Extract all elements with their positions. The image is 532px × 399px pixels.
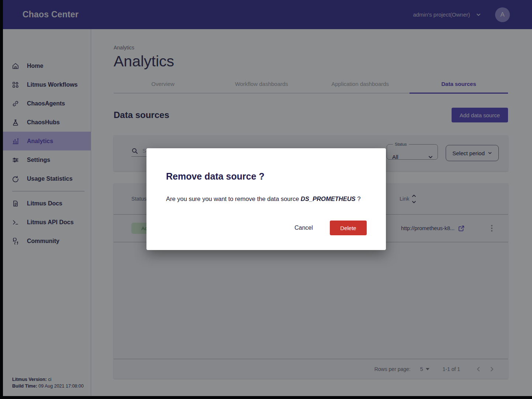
- screen: Chaos Center admin's project(Owner) A Ho…: [0, 0, 532, 399]
- modal-actions: Cancel Delete: [292, 221, 367, 235]
- modal-body: Are you sure you want to remove the data…: [166, 195, 360, 202]
- delete-button[interactable]: Delete: [330, 221, 367, 235]
- remove-data-source-modal: Remove data source ? Are you sure you wa…: [146, 148, 386, 250]
- cancel-button[interactable]: Cancel: [292, 224, 315, 232]
- modal-title: Remove data source ?: [166, 171, 265, 182]
- modal-body-suffix: ?: [356, 195, 361, 202]
- modal-body-text: Are you sure you want to remove the data…: [166, 195, 301, 202]
- data-source-name: DS_PROMETHEUS: [301, 195, 356, 202]
